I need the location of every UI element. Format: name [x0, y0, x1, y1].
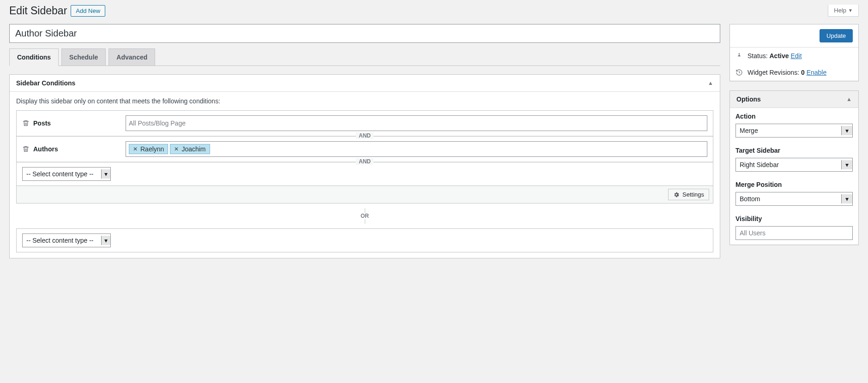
pin-icon — [735, 52, 743, 60]
target-sidebar-label: Target Sidebar — [735, 147, 853, 154]
token-label: Joachim — [181, 145, 205, 153]
conditions-postbox: Sidebar Conditions ▲ Display this sideba… — [9, 74, 720, 258]
conditions-intro: Display this sidebar only on content tha… — [16, 97, 713, 105]
trash-icon[interactable] — [22, 120, 33, 127]
rule-placeholder: All Posts/Blog Page — [129, 120, 186, 127]
chevron-down-icon: ▾ — [841, 126, 852, 135]
collapse-icon[interactable]: ▲ — [708, 80, 713, 86]
tab-conditions[interactable]: Conditions — [9, 48, 59, 66]
rule-label: Authors — [33, 145, 126, 153]
merge-position-label: Merge Position — [735, 181, 853, 188]
remove-tag-icon[interactable]: ✕ — [133, 146, 138, 152]
content-type-row: -- Select content type -- ▾ — [17, 229, 713, 252]
gear-icon — [673, 192, 680, 198]
history-icon — [735, 69, 743, 76]
status-value: Active — [769, 52, 789, 60]
condition-group-2: -- Select content type -- ▾ — [16, 228, 713, 252]
chevron-down-icon: ▾ — [841, 194, 852, 203]
group-settings-button[interactable]: Settings — [668, 189, 709, 200]
token-raelynn: ✕ Raelynn — [129, 144, 168, 154]
sidebar-title-input[interactable] — [9, 24, 720, 43]
visibility-label: Visibility — [735, 215, 853, 222]
select-value: Right Sidebar — [740, 161, 779, 168]
add-new-button[interactable]: Add New — [71, 5, 105, 17]
visibility-select[interactable]: All Users — [735, 226, 853, 240]
chevron-down-icon: ▾ — [841, 160, 852, 169]
status-edit-link[interactable]: Edit — [790, 52, 802, 60]
revisions-label: Widget Revisions: — [747, 69, 799, 76]
rule-label: Posts — [33, 120, 126, 127]
tab-advanced[interactable]: Advanced — [108, 48, 155, 66]
revisions-count: 0 — [801, 69, 805, 76]
token-joachim: ✕ Joachim — [170, 144, 210, 154]
options-heading: Options — [736, 96, 761, 103]
status-label: Status: — [747, 52, 768, 60]
select-value: All Users — [740, 229, 766, 237]
select-value: -- Select content type -- — [26, 170, 94, 178]
and-connector: AND — [356, 158, 374, 165]
help-label: Help — [834, 7, 846, 14]
or-connector: OR — [358, 213, 372, 219]
condition-group: Posts All Posts/Blog Page AND Authors — [16, 110, 713, 203]
content-type-select[interactable]: -- Select content type -- ▾ — [22, 233, 111, 247]
tab-schedule[interactable]: Schedule — [61, 48, 106, 66]
revisions-enable-link[interactable]: Enable — [807, 69, 827, 76]
settings-label: Settings — [682, 191, 704, 198]
rule-values-input[interactable]: ✕ Raelynn ✕ Joachim — [126, 141, 707, 157]
rule-values-input[interactable]: All Posts/Blog Page — [126, 115, 707, 131]
select-value: Bottom — [740, 195, 760, 203]
options-box: Options ▲ Action Merge ▾ Target Sidebar … — [729, 90, 859, 245]
update-button[interactable]: Update — [820, 29, 853, 42]
target-sidebar-select[interactable]: Right Sidebar ▾ — [735, 158, 853, 172]
select-value: Merge — [740, 127, 758, 134]
and-connector: AND — [356, 132, 374, 139]
content-type-select[interactable]: -- Select content type -- ▾ — [22, 167, 111, 181]
conditions-heading: Sidebar Conditions — [16, 79, 75, 87]
chevron-down-icon: ▾ — [101, 169, 110, 179]
chevron-down-icon: ▾ — [101, 236, 110, 245]
content-type-row: -- Select content type -- ▾ — [17, 162, 713, 186]
select-value: -- Select content type -- — [26, 237, 94, 244]
trash-icon[interactable] — [22, 145, 33, 153]
merge-position-select[interactable]: Bottom ▾ — [735, 192, 853, 206]
token-label: Raelynn — [140, 145, 164, 153]
chevron-down-icon: ▼ — [848, 8, 853, 13]
action-label: Action — [735, 113, 853, 120]
publish-box: Update Status: Active Edit — [729, 24, 859, 81]
help-tab[interactable]: Help ▼ — [828, 5, 859, 17]
page-title: Edit Sidebar — [9, 5, 67, 17]
remove-tag-icon[interactable]: ✕ — [174, 146, 179, 152]
action-select[interactable]: Merge ▾ — [735, 124, 853, 138]
collapse-icon[interactable]: ▲ — [846, 96, 852, 102]
tabs: Conditions Schedule Advanced — [9, 48, 720, 66]
